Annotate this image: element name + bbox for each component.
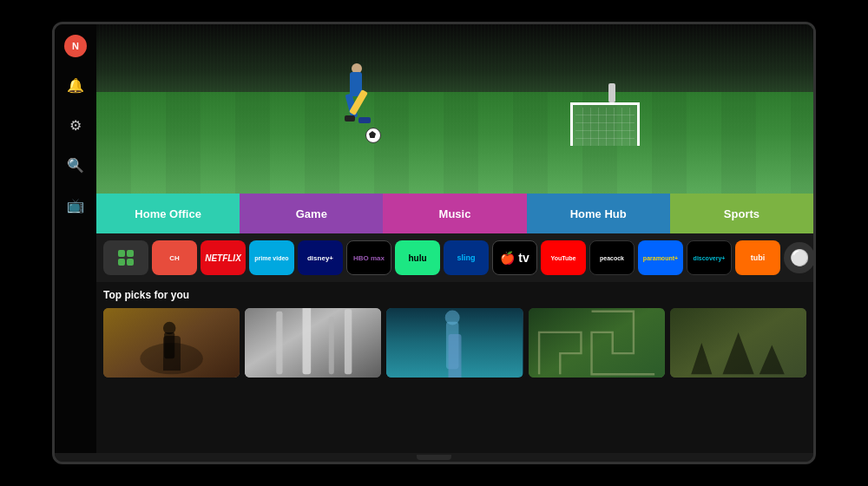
goalkeeper-figure — [608, 83, 615, 102]
player-boot2 — [358, 117, 371, 123]
soccer-goal — [570, 102, 640, 146]
grid-dot — [118, 259, 125, 266]
app-tubi[interactable]: tubi — [735, 240, 780, 275]
svg-point-11 — [445, 311, 460, 325]
stand-notch — [417, 455, 451, 460]
guide-icon[interactable]: 📺 — [63, 193, 88, 217]
tab-home-hub[interactable]: Home Hub — [527, 194, 670, 233]
picks-grid — [103, 308, 806, 378]
app-more[interactable]: ⚪ — [784, 242, 813, 273]
svg-rect-8 — [345, 309, 352, 374]
svg-point-3 — [163, 322, 176, 335]
svg-rect-2 — [164, 332, 174, 358]
svg-point-1 — [140, 343, 203, 374]
app-discovery-plus[interactable]: discovery+ — [687, 240, 732, 275]
app-sling[interactable]: sling — [444, 240, 489, 275]
svg-rect-5 — [276, 312, 282, 375]
app-netflix[interactable]: NETFLIX — [201, 240, 246, 275]
player-figure — [339, 63, 374, 133]
grid-dot — [127, 259, 134, 266]
app-peacock[interactable]: peacock — [589, 240, 635, 275]
hero-field — [96, 92, 813, 194]
app-all-apps[interactable] — [103, 240, 148, 275]
svg-rect-7 — [329, 317, 334, 375]
pick-item-4[interactable] — [529, 308, 665, 378]
top-picks-section: Top picks for you — [96, 282, 813, 453]
app-apple-tv[interactable]: 🍎 tv — [492, 240, 537, 275]
hero-sky — [96, 24, 813, 101]
grid-dot — [118, 250, 125, 257]
app-hulu[interactable]: hulu — [395, 240, 440, 275]
tv-frame: N 🔔 ⚙ 🔍 📺 — [52, 22, 816, 464]
app-channels[interactable]: CH — [152, 240, 197, 275]
app-disney-plus[interactable]: disney+ — [298, 240, 343, 275]
notification-icon[interactable]: 🔔 — [63, 73, 88, 97]
tv-screen: N 🔔 ⚙ 🔍 📺 — [55, 24, 813, 453]
pick-item-1[interactable] — [103, 308, 240, 378]
app-prime-video[interactable]: prime video — [249, 240, 294, 275]
hero-banner — [96, 24, 813, 194]
tv-stand — [55, 453, 813, 462]
tab-music[interactable]: Music — [383, 194, 526, 233]
svg-rect-6 — [303, 308, 312, 374]
player-boot1 — [345, 115, 355, 122]
grid-dot — [127, 250, 134, 257]
grid-icon — [118, 250, 134, 266]
svg-rect-12 — [529, 308, 665, 378]
user-avatar[interactable]: N — [64, 35, 87, 57]
settings-icon[interactable]: ⚙ — [63, 113, 88, 137]
tab-sports[interactable]: Sports — [670, 194, 813, 233]
category-tabs: Home Office Game Music Home Hub Sports — [96, 194, 813, 233]
main-content: Home Office Game Music Home Hub Sports — [96, 24, 813, 453]
pick-item-5[interactable] — [670, 308, 806, 378]
sidebar: N 🔔 ⚙ 🔍 📺 — [55, 24, 96, 453]
svg-rect-0 — [103, 308, 240, 378]
app-hbo-max[interactable]: HBO max — [346, 240, 391, 275]
svg-rect-4 — [245, 308, 381, 378]
search-icon[interactable]: 🔍 — [63, 153, 88, 177]
pick-item-2[interactable] — [245, 308, 381, 378]
tab-game[interactable]: Game — [240, 194, 383, 233]
app-youtube[interactable]: YouTube — [541, 240, 586, 275]
apps-row: CH NETFLIX prime video disney+ HBO max h… — [96, 233, 813, 282]
tab-home-office[interactable]: Home Office — [96, 194, 240, 233]
soccer-ball — [365, 128, 381, 143]
svg-rect-10 — [446, 322, 459, 369]
top-picks-label: Top picks for you — [103, 289, 806, 301]
pick-item-3[interactable] — [386, 308, 523, 378]
app-paramount[interactable]: paramount+ — [638, 240, 683, 275]
